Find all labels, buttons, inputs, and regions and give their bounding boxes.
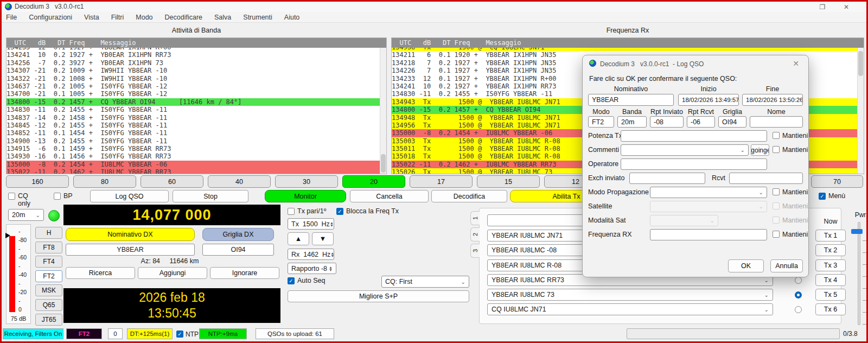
band-select-dropdown[interactable]: 20m⌄ — [8, 209, 44, 221]
report-spinner[interactable]: Rapporto -8▲▼ — [288, 263, 336, 274]
mode-button-msk[interactable]: MSK — [35, 284, 62, 296]
decode-row[interactable]: 135022 -11 0.2 1462 + IU8LMC YB8EAR RR73 — [7, 168, 380, 174]
mantieni-commenti-checkbox[interactable] — [773, 146, 780, 153]
band-button-160[interactable]: 160 — [6, 175, 69, 188]
nominativo-field[interactable]: YB8EAR — [588, 94, 674, 106]
rx-freq-spinner[interactable]: Rx 1462 Hz▲▼ — [288, 249, 334, 260]
checkbox-icon[interactable] — [819, 193, 826, 200]
decode-row[interactable]: 134845 -12 0.2 1455 + IS0YFG YB8EAR -11 — [7, 122, 380, 129]
dx-call-button[interactable]: Nominativo DX — [66, 228, 195, 241]
band-button-60[interactable]: 60 — [141, 175, 203, 188]
tx-select-radio[interactable] — [795, 306, 802, 313]
checkbox-icon[interactable] — [176, 331, 183, 338]
dx-grid-field[interactable]: OI94 — [202, 244, 274, 256]
mode-button-ft2[interactable]: FT2 — [35, 270, 62, 282]
menu-item-aiuto[interactable]: Aiuto — [284, 14, 300, 21]
tx-3-button[interactable]: Tx 3 — [815, 259, 846, 271]
menu-item-strumenti[interactable]: Strumenti — [243, 14, 272, 21]
decode-row[interactable]: 134256 -7 0.2 3927 + YB0EAR IX1HPN 73 — [7, 59, 380, 67]
mode-button-q65[interactable]: Q65 — [35, 299, 62, 311]
checkbox-icon[interactable] — [54, 193, 61, 200]
stop-button[interactable]: Stop — [173, 190, 248, 202]
decode-row[interactable]: 134637 -21 0.2 1005 + IS0YFG YB8EAR -12 — [7, 82, 380, 90]
modo-field[interactable]: FT2 — [588, 116, 614, 128]
close-button[interactable]: ✕ — [838, 2, 854, 11]
rpt-rcvt-field[interactable]: -06 — [687, 116, 715, 128]
log-qso-button[interactable]: Log QSO — [90, 190, 169, 202]
decode-row[interactable]: 134830 -11 0.2 1455 + IS0YFG YB8EAR -11 — [7, 106, 380, 113]
exch-inviato-field[interactable] — [629, 173, 705, 184]
mode-button-jt65[interactable]: JT65 — [35, 314, 62, 326]
decode-row[interactable]: 134800 -15 0.2 1457 + CQ YB8EAR OI94 [11… — [7, 98, 380, 106]
message-tab-1[interactable]: 1 — [470, 211, 480, 225]
cq-mode-dropdown[interactable]: CQ: First⌄ — [381, 276, 469, 288]
menu-item-configurazioni[interactable]: Configurazioni — [29, 14, 72, 21]
mantieni-freqrx-checkbox[interactable] — [773, 231, 780, 238]
decode-row[interactable]: 134307 -21 0.2 1009 + IW9HII YB8EAR -10 — [7, 67, 380, 74]
decode-row[interactable]: 134900 -13 0.2 1455 + IS0YFG YB8EAR -11 — [7, 137, 380, 145]
band-button-15[interactable]: 15 — [477, 175, 540, 188]
mode-button-ft8[interactable]: FT8 — [35, 242, 62, 253]
cancella-button[interactable]: Cancella — [350, 190, 429, 202]
menu-item-vista[interactable]: Vista — [84, 14, 99, 21]
band-button-20[interactable]: 20 — [342, 175, 405, 188]
menu-item-salva[interactable]: Salva — [214, 14, 231, 21]
rx-frequency-scrollbar[interactable] — [857, 48, 864, 174]
modo-propagazione-dropdown[interactable]: ⌄ — [650, 187, 767, 198]
ignore-button[interactable]: Ignorare — [210, 267, 279, 279]
griglia-field[interactable]: OI94 — [718, 116, 746, 128]
search-button[interactable]: Ricerca — [66, 267, 135, 279]
inizio-field[interactable]: 18/02/2026 13:49:57▲▼ — [678, 94, 739, 106]
decode-row[interactable]: 134915 -6 0.1 1459 + IS0YFG YB8EAR RR73 — [7, 145, 380, 153]
decodifica-button[interactable]: Decodifica — [431, 190, 507, 202]
mantieni-potenza-checkbox[interactable] — [773, 132, 780, 139]
tx-1-button[interactable]: Tx 1 — [815, 230, 846, 242]
spinner-arrows-icon[interactable]: ▲▼ — [330, 221, 334, 227]
exch-rcvt-field[interactable] — [729, 173, 803, 184]
scrollbar-thumb[interactable] — [858, 51, 863, 76]
tx-message-field[interactable]: YB8EAR IU8LMC 73⌄ — [487, 289, 773, 301]
restore-button[interactable]: ❐ — [814, 2, 831, 11]
message-tab-2[interactable]: 2 — [470, 227, 480, 242]
commenti-dropdown[interactable]: ⌄ — [621, 144, 749, 156]
dx-call-field[interactable]: YB8EAR — [66, 244, 195, 256]
annulla-button[interactable]: Annulla — [770, 259, 803, 272]
mode-button-ft4[interactable]: FT4 — [35, 256, 62, 268]
freq-down-button[interactable]: ▼ — [312, 232, 334, 245]
pwr-slider-handle[interactable] — [851, 229, 863, 234]
tx-select-radio[interactable] — [795, 291, 802, 298]
decode-row[interactable]: 134837 -14 0.2 1458 + IS0YFG YB8EAR -11 — [7, 114, 380, 122]
fine-field[interactable]: 18/02/2026 13:50:26▲▼ — [742, 94, 803, 106]
banda-field[interactable]: 20m — [617, 116, 647, 128]
message-tab-3[interactable]: 3 — [470, 244, 480, 258]
decode-row[interactable]: 135000 -8 0.2 1454 + IU8LMC YB8EAR -06 — [7, 161, 380, 168]
band-button-80[interactable]: 80 — [73, 175, 136, 188]
frequenza-rx-field[interactable] — [650, 229, 767, 240]
spinner-arrows-icon[interactable]: ▲▼ — [330, 252, 334, 257]
dialog-close-button[interactable]: ✕ — [789, 59, 803, 68]
freq-up-button[interactable]: ▲ — [288, 232, 309, 245]
decode-row[interactable]: 134852 -11 0.1 1454 + IS0YFG YB8EAR -11 — [7, 129, 380, 137]
mantieni-prop-checkbox[interactable] — [773, 188, 780, 195]
band-activity-scrollbar[interactable] — [380, 48, 386, 174]
band-button-70[interactable]: 70 — [811, 175, 863, 188]
decode-row[interactable]: 134241 10 0.2 1927 + YB0EAR IX1HPN RR73 — [7, 51, 380, 59]
ok-button[interactable]: OK — [728, 259, 764, 272]
band-button-30[interactable]: 30 — [275, 175, 338, 188]
menu-item-filtri[interactable]: Filtri — [111, 14, 124, 21]
menu-item-modo[interactable]: Modo — [136, 14, 152, 21]
dx-grid-button[interactable]: Griglia DX — [202, 228, 274, 241]
operatore-field[interactable] — [621, 158, 767, 170]
band-button-40[interactable]: 40 — [208, 175, 271, 188]
nome-field[interactable] — [750, 116, 803, 128]
tx-message-field[interactable]: CQ IU8LMC JN71⌄ — [487, 303, 773, 315]
spinner-arrows-icon[interactable]: ▲▼ — [329, 266, 333, 271]
monitor-button[interactable]: Monitor — [265, 190, 346, 202]
scrollbar-thumb[interactable] — [381, 154, 386, 173]
tx-5-button[interactable]: Tx 5 — [815, 289, 846, 301]
menu-item-file[interactable]: File — [6, 14, 17, 21]
checkbox-icon[interactable] — [336, 208, 343, 215]
decode-row[interactable]: 134700 -21 0.1 1005 + IS0YFG YB8EAR -12 — [7, 90, 380, 98]
tx-freq-spinner[interactable]: Tx 1500 Hz▲▼ — [288, 218, 334, 230]
mode-button-h[interactable]: H — [35, 227, 62, 239]
